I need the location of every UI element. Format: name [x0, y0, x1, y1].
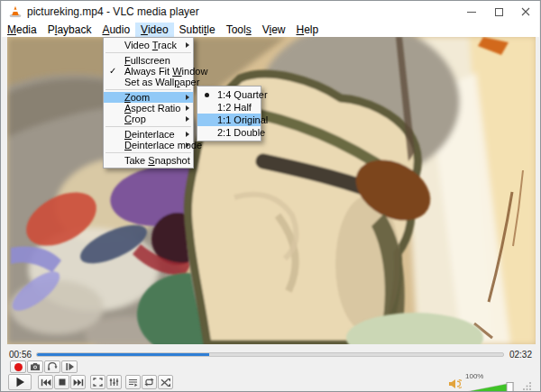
menu-audio[interactable]: Audio [96, 23, 135, 37]
menu-separator [105, 52, 191, 53]
menu-subtitle[interactable]: Subtitle [174, 23, 221, 37]
seek-progress[interactable] [37, 353, 209, 356]
menu-view[interactable]: View [257, 23, 291, 37]
record-icon [14, 363, 23, 371]
vlc-window: pictureking.mp4 - VLC media player Media… [0, 0, 541, 392]
menu-tools[interactable]: Tools [221, 23, 257, 37]
window-title: pictureking.mp4 - VLC media player [27, 5, 199, 18]
menu-item-always-fit-window[interactable]: ✓Always Fit Window [104, 66, 193, 77]
menu-item-deinterlace[interactable]: Deinterlace [104, 129, 193, 140]
previous-icon [41, 378, 51, 387]
submenu-arrow-icon [186, 142, 189, 148]
volume-control[interactable]: 100% [463, 372, 514, 392]
main-controls: 100% [8, 374, 534, 390]
menu-item-deinterlace-mode[interactable]: Deinterlace mode [104, 140, 193, 150]
submenu-item-double[interactable]: 2:1 Double [197, 126, 261, 139]
play-button[interactable] [8, 374, 32, 390]
menu-help[interactable]: Help [290, 23, 324, 37]
vlc-cone-icon [9, 5, 22, 18]
volume-percent-label: 100% [465, 372, 514, 380]
minimize-button[interactable] [458, 1, 485, 23]
menu-video[interactable]: Video [135, 23, 173, 37]
menu-item-set-as-wallpaper[interactable]: Set as Wallpaper [104, 77, 193, 87]
menu-playback[interactable]: Playback [42, 23, 97, 37]
loop-button[interactable] [142, 375, 157, 389]
frame-by-frame-icon [65, 362, 75, 371]
submenu-item-half[interactable]: 1:2 Half [197, 101, 261, 114]
snapshot-button[interactable] [27, 360, 43, 373]
menu-separator [105, 89, 191, 90]
playlist-button[interactable] [125, 375, 141, 389]
stop-icon [59, 378, 66, 386]
maximize-button[interactable] [485, 1, 512, 23]
menu-item-crop[interactable]: Crop [104, 114, 193, 124]
menu-item-video-track[interactable]: Video Track [104, 40, 193, 50]
menu-item-take-snapshot[interactable]: Take Snapshot [104, 155, 193, 166]
zoom-submenu: 1:4 Quarter 1:2 Half 1:1 Original 2:1 Do… [197, 86, 261, 141]
total-time: 02:32 [509, 350, 532, 360]
minimize-icon [467, 12, 476, 13]
play-icon [15, 377, 25, 387]
seek-bar[interactable] [36, 352, 504, 357]
close-button[interactable] [512, 1, 539, 23]
video-display[interactable] [7, 37, 536, 344]
resize-grip-icon[interactable] [523, 381, 532, 390]
submenu-arrow-icon [186, 132, 189, 137]
menu-separator [105, 152, 191, 153]
submenu-arrow-icon [186, 105, 189, 111]
submenu-arrow-icon [186, 95, 189, 100]
volume-slider[interactable] [463, 382, 514, 392]
loop-ab-icon [47, 362, 58, 371]
loop-ab-button[interactable] [44, 360, 60, 373]
controls-panel: 00:56 02:32 [2, 344, 539, 390]
submenu-arrow-icon [186, 116, 189, 122]
menu-bar: Media Playback Audio Video Subtitle Tool… [2, 23, 539, 37]
menu-item-zoom[interactable]: Zoom [104, 92, 193, 103]
extended-settings-icon [109, 378, 119, 387]
volume-speaker-icon[interactable] [448, 378, 462, 389]
maximize-icon [495, 8, 503, 16]
menu-separator [105, 126, 191, 127]
snapshot-icon [30, 362, 41, 371]
playlist-icon [128, 378, 138, 387]
checkmark-icon: ✓ [109, 66, 116, 77]
fullscreen-icon [93, 378, 103, 387]
close-icon [521, 7, 530, 16]
loop-icon [144, 378, 154, 387]
menu-item-aspect-ratio[interactable]: Aspect Ratio [104, 103, 193, 114]
elapsed-time: 00:56 [9, 350, 32, 360]
random-button[interactable] [158, 375, 173, 389]
titlebar[interactable]: pictureking.mp4 - VLC media player [2, 1, 539, 23]
submenu-arrow-icon [186, 42, 189, 48]
volume-handle[interactable] [507, 383, 513, 392]
advanced-controls [10, 360, 78, 373]
submenu-item-original[interactable]: 1:1 Original [197, 114, 261, 126]
next-icon [73, 378, 84, 387]
extended-settings-button[interactable] [106, 375, 122, 389]
random-icon [160, 378, 170, 387]
next-button[interactable] [70, 375, 86, 389]
fullscreen-button[interactable] [90, 375, 105, 389]
record-button[interactable] [10, 360, 26, 373]
stop-button[interactable] [54, 375, 69, 389]
radio-selected-icon [205, 93, 209, 97]
menu-media[interactable]: Media [2, 23, 42, 37]
menu-item-fullscreen[interactable]: Fullscreen [104, 55, 193, 66]
frame-by-frame-button[interactable] [61, 360, 78, 373]
submenu-item-quarter[interactable]: 1:4 Quarter [197, 88, 261, 101]
video-menu-dropdown: Video Track Fullscreen ✓Always Fit Windo… [103, 37, 194, 169]
previous-button[interactable] [38, 375, 53, 389]
